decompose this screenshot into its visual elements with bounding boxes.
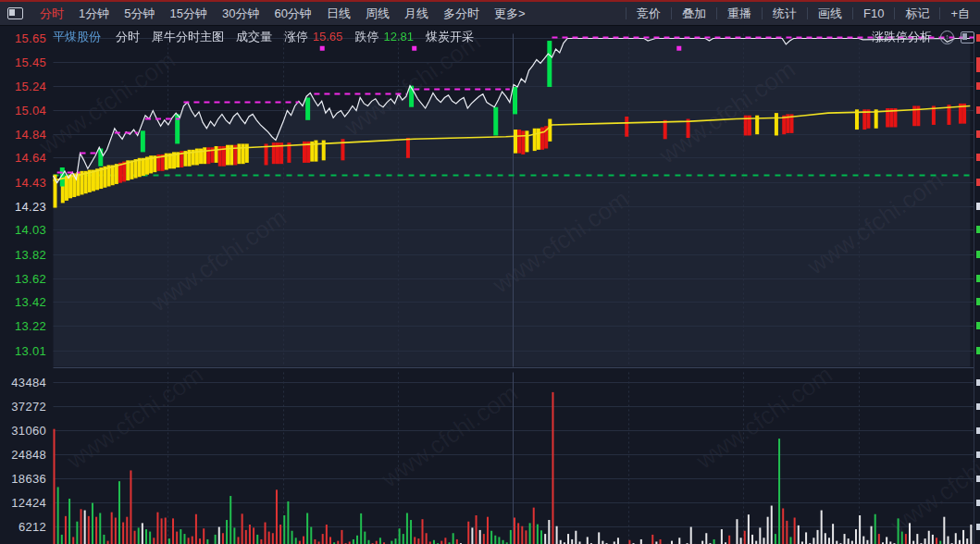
limit-down-value: 12.81 — [384, 30, 415, 43]
indicator-label-2[interactable]: 成交量 — [236, 29, 272, 45]
intraday-chart-canvas[interactable] — [53, 33, 974, 544]
right-axis-tick — [976, 275, 980, 282]
menubar-item-2[interactable]: 5分钟 — [117, 6, 162, 22]
right-axis-tick — [976, 130, 980, 138]
header-right-group: 涨跌停分析 ↑ — [872, 29, 980, 45]
right-axis-tick — [976, 500, 980, 506]
split-square-icon[interactable] — [961, 31, 974, 43]
menubar-tool-6[interactable]: 标记 — [895, 6, 939, 22]
menubar-item-5[interactable]: 60分钟 — [267, 6, 318, 22]
menubar-tool-4[interactable]: 画线 — [808, 6, 852, 22]
menubar-item-6[interactable]: 日线 — [319, 6, 358, 22]
right-axis-tick — [976, 82, 980, 90]
menubar-tool-2[interactable]: 重播 — [717, 6, 762, 22]
price-axis-label: 14.03 — [0, 223, 46, 237]
price-axis-label: 13.01 — [0, 343, 46, 357]
menubar-item-7[interactable]: 周线 — [358, 6, 397, 22]
trading-terminal-window: 分时1分钟5分钟15分钟30分钟60分钟日线周线月线多分时更多> 竞价叠加重播统… — [0, 0, 980, 544]
chart-header: 平煤股份 分时犀牛分时主图成交量 涨停15.65 跌停12.81 煤炭开采 涨跌… — [0, 27, 980, 47]
right-axis-tick — [976, 379, 980, 386]
right-axis-tick — [976, 403, 980, 410]
menubar-item-9[interactable]: 多分时 — [436, 6, 487, 22]
limit-up-group: 涨停15.65 — [284, 29, 343, 45]
menubar-tool-5[interactable]: F10 — [853, 6, 894, 20]
menubar-item-4[interactable]: 30分钟 — [215, 6, 267, 22]
volume-axis-label: 18636 — [0, 472, 46, 486]
stock-name[interactable]: 平煤股份 — [53, 29, 101, 45]
tools-menu: 竞价叠加重播统计画线F10标记+自 — [626, 6, 980, 22]
limit-down-label: 跌停 — [355, 30, 379, 43]
menubar-item-0[interactable]: 分时 — [32, 6, 71, 22]
period-menu: 分时1分钟5分钟15分钟30分钟60分钟日线周线月线多分时更多> — [32, 6, 532, 22]
menubar-tool-7[interactable]: +自 — [940, 6, 980, 22]
limit-up-label: 涨停 — [284, 30, 308, 43]
price-axis-label: 13.22 — [0, 319, 46, 333]
split-square-icon-fill — [962, 33, 967, 40]
volume-axis-label: 6212 — [0, 520, 46, 534]
menubar-item-10[interactable]: 更多> — [487, 6, 533, 22]
right-axis-tick — [976, 322, 980, 329]
right-axis-tick — [976, 154, 980, 161]
right-axis-tick — [976, 476, 980, 482]
right-axis-tick — [976, 427, 980, 434]
price-axis-label: 14.64 — [0, 151, 46, 165]
limit-up-value: 15.65 — [313, 30, 343, 43]
menubar-tool-0[interactable]: 竞价 — [626, 6, 671, 22]
right-axis-tick — [976, 203, 980, 210]
sector-label[interactable]: 煤炭开采 — [426, 29, 474, 45]
right-axis-tick — [976, 451, 980, 458]
menubar-item-1[interactable]: 1分钟 — [71, 6, 117, 22]
indicator-label-0[interactable]: 分时 — [116, 29, 140, 45]
right-axis-tick — [976, 251, 980, 258]
volume-axis-label: 12424 — [0, 496, 46, 510]
top-menubar: 分时1分钟5分钟15分钟30分钟60分钟日线周线月线多分时更多> 竞价叠加重播统… — [0, 0, 980, 26]
price-axis-label: 15.04 — [0, 104, 46, 117]
price-axis-label: 14.43 — [0, 176, 46, 190]
menubar-item-3[interactable]: 15分钟 — [162, 6, 214, 22]
window-panel-icon[interactable] — [7, 7, 23, 19]
right-axis-tick — [976, 524, 980, 530]
price-axis-label: 13.82 — [0, 248, 46, 262]
volume-axis-label: 43484 — [0, 376, 46, 389]
right-axis-tick — [976, 347, 980, 354]
right-axis-tick — [976, 298, 980, 305]
circle-up-arrow-icon[interactable]: ↑ — [940, 31, 954, 44]
price-axis-label: 14.84 — [0, 127, 46, 141]
price-axis-label: 14.23 — [0, 199, 46, 213]
limit-down-group: 跌停12.81 — [355, 29, 415, 45]
price-axis-label: 15.45 — [0, 55, 46, 68]
volume-axis-label: 31060 — [0, 424, 46, 438]
menubar-tool-3[interactable]: 统计 — [763, 6, 807, 22]
price-axis-label: 13.42 — [0, 295, 46, 309]
window-panel-icon-fill — [9, 9, 15, 16]
right-axis-strip — [974, 33, 980, 544]
right-axis-tick — [976, 226, 980, 233]
volume-axis-label: 24848 — [0, 448, 46, 462]
indicator-labels: 分时犀牛分时主图成交量 — [116, 29, 284, 45]
indicator-label-1[interactable]: 犀牛分时主图 — [152, 29, 224, 45]
right-axis-tick — [976, 57, 980, 72]
price-axis-label: 15.24 — [0, 80, 46, 93]
price-axis-label: 13.62 — [0, 271, 46, 285]
right-axis-tick — [976, 179, 980, 186]
limit-analysis-link[interactable]: 涨跌停分析 — [872, 29, 932, 45]
menubar-item-8[interactable]: 月线 — [397, 6, 436, 22]
menubar-tool-1[interactable]: 叠加 — [672, 6, 716, 22]
right-axis-tick — [976, 106, 980, 114]
volume-axis-label: 37272 — [0, 400, 46, 414]
